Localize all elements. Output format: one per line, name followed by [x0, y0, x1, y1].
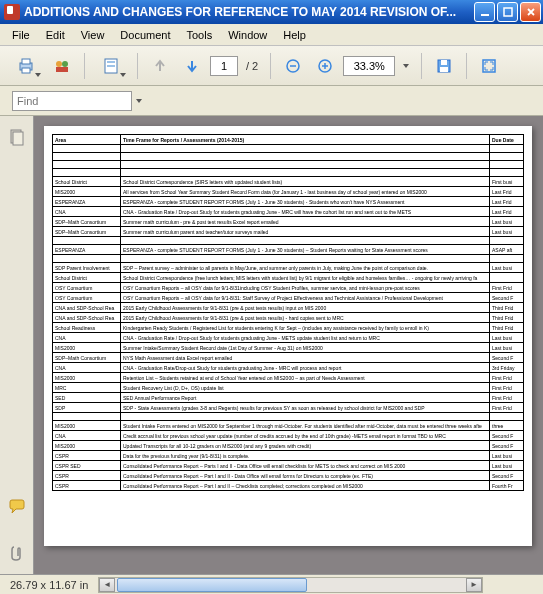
fullscreen-button[interactable] — [475, 52, 503, 80]
print-button[interactable] — [8, 52, 44, 80]
table-cell: First Frid — [490, 373, 524, 383]
page-total: / 2 — [242, 60, 262, 72]
table-cell: CNA — [53, 431, 121, 441]
svg-rect-1 — [504, 8, 512, 16]
table-cell: Last Frid — [490, 187, 524, 197]
table-cell: ESPERANZA - complete STUDENT REPORT FORM… — [121, 245, 490, 255]
horizontal-scrollbar[interactable]: ◄ ► — [98, 577, 483, 593]
table-row: SDPSDP - State Assessments (grades 3-8 a… — [53, 403, 524, 413]
table-cell: Third Frid — [490, 313, 524, 323]
table-row: MRCStudent Recovery List (D, D+, OS) upd… — [53, 383, 524, 393]
scroll-left-button[interactable]: ◄ — [99, 578, 115, 592]
table-cell: Last Frid — [490, 197, 524, 207]
page-dimensions: 26.79 x 11.67 in — [10, 579, 88, 591]
table-cell: CNA - Graduation Rate / Drop-out Study f… — [121, 333, 490, 343]
menu-file[interactable]: File — [4, 27, 38, 43]
scroll-right-button[interactable]: ► — [466, 578, 482, 592]
table-cell: First Frid — [490, 383, 524, 393]
prev-page-button[interactable] — [146, 52, 174, 80]
pages-panel-button[interactable] — [6, 126, 28, 148]
next-page-button[interactable] — [178, 52, 206, 80]
svg-rect-3 — [22, 59, 30, 64]
table-cell: Last busi — [490, 333, 524, 343]
comments-panel-button[interactable] — [6, 496, 28, 518]
table-cell: MIS2000 — [53, 441, 121, 451]
menu-document[interactable]: Document — [112, 27, 178, 43]
table-cell: SED Annual Performance Report — [121, 393, 490, 403]
workspace: AreaTime Frame for Reports / Assessments… — [0, 116, 543, 574]
table-cell: Last busi — [490, 263, 524, 273]
table-row: CNACNA - Graduation Rate/Drop-out Study … — [53, 363, 524, 373]
table-cell: Summer math curriculum - pre & post test… — [121, 217, 490, 227]
table-cell: First Frid — [490, 393, 524, 403]
table-cell: MIS2000 — [53, 421, 121, 431]
table-row: CSPRConsolidated Performance Report – Pa… — [53, 481, 524, 491]
table-cell: Summer math curriculum parent and teache… — [121, 227, 490, 237]
attachments-panel-button[interactable] — [6, 542, 28, 564]
zoom-dropdown[interactable] — [399, 52, 413, 80]
menu-window[interactable]: Window — [220, 27, 275, 43]
table-cell: School District Correspondence (free lun… — [121, 273, 490, 283]
scroll-thumb[interactable] — [117, 578, 307, 592]
table-cell: Second F — [490, 471, 524, 481]
find-dropdown[interactable] — [132, 91, 146, 111]
menu-edit[interactable]: Edit — [38, 27, 73, 43]
table-cell: Third Frid — [490, 303, 524, 313]
menu-tools[interactable]: Tools — [179, 27, 221, 43]
table-cell: OSY Consortium — [53, 293, 121, 303]
maximize-button[interactable] — [497, 2, 518, 22]
table-row-empty — [53, 413, 524, 421]
menu-help[interactable]: Help — [275, 27, 314, 43]
table-row: MIS2000Summer Intake/Summary Student Rec… — [53, 343, 524, 353]
table-row: SDP–Math ConsortiumSummer math curriculu… — [53, 227, 524, 237]
table-row-empty — [53, 161, 524, 169]
table-cell: MIS2000 — [53, 373, 121, 383]
table-cell: Second F — [490, 353, 524, 363]
document-area[interactable]: AreaTime Frame for Reports / Assessments… — [34, 116, 543, 574]
table-cell: Updated Transcripts for all 10-12 grader… — [121, 441, 490, 451]
zoom-out-button[interactable] — [279, 52, 307, 80]
table-row: CNACNA - Graduation Rate / Drop-out Stud… — [53, 333, 524, 343]
page-number-input[interactable] — [210, 56, 238, 76]
table-cell: Area — [53, 135, 121, 145]
table-cell: CSPR — [53, 451, 121, 461]
table-cell: ESPERANZA — [53, 245, 121, 255]
table-row: CSPR SEDConsolidated Performance Report … — [53, 461, 524, 471]
table-row: OSY ConsortiumOSY Consortium Reports – a… — [53, 293, 524, 303]
svg-rect-10 — [107, 65, 115, 67]
table-cell: 3rd Friday — [490, 363, 524, 373]
table-cell: SDP – Parent survey – administer to all … — [121, 263, 490, 273]
table-cell: Last busi — [490, 217, 524, 227]
close-button[interactable] — [520, 2, 541, 22]
svg-rect-9 — [107, 61, 115, 63]
svg-rect-17 — [441, 60, 447, 65]
table-cell: Time Frame for Reports / Assessments (20… — [121, 135, 490, 145]
table-cell: Second F — [490, 431, 524, 441]
table-row: CNACredit accrual list for previous scho… — [53, 431, 524, 441]
table-cell: CSPR — [53, 481, 121, 491]
table-cell: Credit accrual list for previous school … — [121, 431, 490, 441]
table-row: SDP–Math ConsortiumSummer math curriculu… — [53, 217, 524, 227]
table-row: School ReadinessKindergarten Ready Stude… — [53, 323, 524, 333]
table-cell: SDP–Math Consortium — [53, 353, 121, 363]
svg-rect-4 — [22, 68, 30, 73]
collaborate-button[interactable] — [48, 52, 76, 80]
table-row: SDP Parent InvolvementSDP – Parent surve… — [53, 263, 524, 273]
titlebar: ADDITIONS AND CHANGES FOR REFERENCE TO M… — [0, 0, 543, 24]
zoom-in-button[interactable] — [311, 52, 339, 80]
menu-view[interactable]: View — [73, 27, 113, 43]
page-display-button[interactable] — [93, 52, 129, 80]
menubar: File Edit View Document Tools Window Hel… — [0, 24, 543, 46]
zoom-input[interactable] — [343, 56, 395, 76]
table-cell: CNA — [53, 207, 121, 217]
save-button[interactable] — [430, 52, 458, 80]
table-cell: Third Frid — [490, 323, 524, 333]
table-row-empty — [53, 169, 524, 177]
find-input[interactable] — [12, 91, 132, 111]
table-row: ESPERANZAESPERANZA - complete STUDENT RE… — [53, 197, 524, 207]
table-row: CSPRData for the previous funding year (… — [53, 451, 524, 461]
table-cell: Second F — [490, 293, 524, 303]
table-row: CNACNA - Graduation Rate / Drop-out Stud… — [53, 207, 524, 217]
minimize-button[interactable] — [474, 2, 495, 22]
table-cell: School District — [53, 177, 121, 187]
